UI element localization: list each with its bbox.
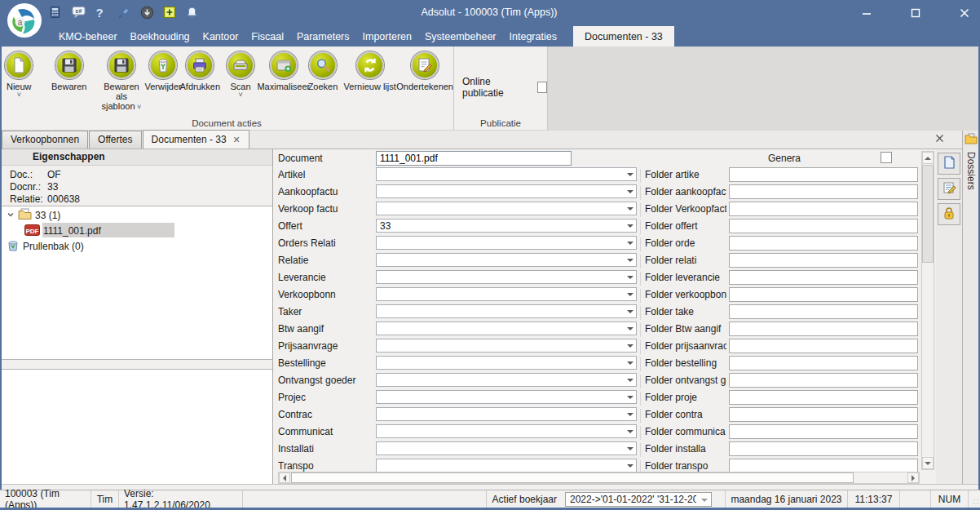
bestellinge-dropdown[interactable] <box>376 356 637 370</box>
bewaren-als-sjabloon-button[interactable]: Bewaren als sjabloon ˅ <box>100 50 143 111</box>
vertical-scrollbar[interactable] <box>921 151 934 470</box>
ribbon-button-label: Ondertekenen <box>396 82 453 91</box>
resize-grip[interactable]: ⸬ <box>969 490 980 508</box>
folder-ontvangst-goede-input[interactable] <box>729 373 918 388</box>
close-button[interactable] <box>956 5 973 21</box>
leverancie-dropdown[interactable] <box>376 270 637 284</box>
verkoop-factu-dropdown[interactable] <box>376 202 637 215</box>
tree-item-33-1[interactable]: 33 (1) <box>7 208 60 223</box>
scroll-left-button[interactable] <box>279 472 290 483</box>
menu-item-importeren[interactable]: Importeren <box>356 26 418 47</box>
projec-dropdown[interactable] <box>376 390 637 404</box>
folder-verkoopfacti-input[interactable] <box>729 202 918 216</box>
document-name-input[interactable] <box>376 151 572 166</box>
aankoopfactu-dropdown[interactable] <box>376 184 637 198</box>
folder-take-input[interactable] <box>729 304 918 319</box>
maximize-button[interactable] <box>907 5 925 21</box>
tab-close-icon[interactable]: ✕ <box>233 131 241 149</box>
menu-item-parameters[interactable]: Parameters <box>290 26 356 47</box>
transpo-dropdown[interactable] <box>376 459 637 472</box>
horizontal-scroll-thumb[interactable] <box>291 472 854 483</box>
status-spacer <box>243 490 487 508</box>
svg-text:a: a <box>18 18 23 27</box>
adsolut-logo[interactable]: a <box>7 2 42 38</box>
tab-verkoopbonnen[interactable]: Verkoopbonnen <box>2 131 88 149</box>
nieuw-button[interactable]: Nieuw ˅ <box>0 50 38 98</box>
pin-icon[interactable] <box>117 6 131 20</box>
scroll-up-button[interactable] <box>922 152 934 164</box>
genera-checkbox[interactable] <box>881 152 892 163</box>
prijsaanvrage-dropdown[interactable] <box>376 339 637 353</box>
window-title: Adsolut - 100003 (Tim (Apps)) <box>310 7 669 18</box>
folder-communica-input[interactable] <box>729 424 918 439</box>
bell-icon[interactable] <box>186 6 200 20</box>
horizontal-scrollbar[interactable] <box>278 472 920 484</box>
menu-item-integraties[interactable]: Integraties <box>503 26 563 47</box>
tab-documenten-33[interactable]: Documenten - 33✕ <box>143 130 249 149</box>
download-icon[interactable] <box>140 6 154 20</box>
verkoopbonn-dropdown[interactable] <box>376 287 637 301</box>
verwijder-button[interactable]: Verwijder <box>143 50 183 91</box>
ribbon-button-label: Nieuw ˅ <box>7 82 32 98</box>
folder-contra-input[interactable] <box>729 407 918 422</box>
menu-item-documenten-33[interactable]: Documenten - 33 <box>573 26 674 47</box>
folder-prijsaanvrac-input[interactable] <box>729 339 918 353</box>
lock-button[interactable] <box>938 203 960 225</box>
folder-leverancie-input[interactable] <box>729 270 918 285</box>
help-icon[interactable]: ? <box>95 6 108 20</box>
vernieuw-lijst-button[interactable]: Vernieuw lijst <box>343 50 396 91</box>
add-icon[interactable] <box>163 6 177 20</box>
tree-item-1111-001-pdf[interactable]: PDF1111_001.pdf <box>24 224 101 238</box>
dossiers-rail[interactable]: Dossiers <box>962 131 978 484</box>
folder-proje-input[interactable] <box>729 390 918 405</box>
communicat-dropdown[interactable] <box>376 424 637 438</box>
calculator-icon[interactable] <box>49 6 63 20</box>
offert-dropdown[interactable]: 33 <box>376 219 637 233</box>
menu-item-boekhouding[interactable]: Boekhouding <box>124 26 196 47</box>
tree-item-prullenbak-0[interactable]: Prullenbak (0) <box>7 239 84 254</box>
ondertekenen-button[interactable]: Ondertekenen <box>396 50 453 91</box>
menu-item-systeembeheer[interactable]: Systeembeheer <box>418 26 503 47</box>
installati-dropdown[interactable] <box>376 441 637 455</box>
menu-item-kmo-beheer[interactable]: KMO-beheer <box>52 26 124 47</box>
pane-close-button[interactable] <box>933 133 946 145</box>
btw-aangif-dropdown[interactable] <box>376 322 637 335</box>
folder-artike-input[interactable] <box>729 167 918 182</box>
status-company: 100003 (Tim (Apps)) <box>0 490 91 508</box>
folder-installa-input[interactable] <box>729 441 918 456</box>
orders-relati-dropdown[interactable] <box>376 236 637 250</box>
minimize-button[interactable] <box>858 5 876 21</box>
document-view-button[interactable] <box>938 153 960 175</box>
taker-dropdown[interactable] <box>376 304 637 318</box>
tab-offertes[interactable]: Offertes <box>89 131 141 149</box>
field-label-offert: Offert <box>278 220 373 233</box>
folder-aankoopfact-input[interactable] <box>729 184 918 199</box>
folder-verkoopbonr-input[interactable] <box>729 287 918 302</box>
zoeken-button[interactable]: Zoeken <box>302 50 343 91</box>
folder-bestelling-input[interactable] <box>729 356 918 370</box>
online-publicatie-checkbox[interactable] <box>537 82 547 93</box>
ribbon-empty-area <box>548 47 980 131</box>
menu-item-kantoor[interactable]: Kantoor <box>196 26 245 47</box>
contrac-dropdown[interactable] <box>376 407 637 421</box>
scroll-down-button[interactable] <box>922 457 934 469</box>
tree-expand-icon[interactable] <box>7 210 15 221</box>
folder-relati-input[interactable] <box>729 253 918 268</box>
property-value: 000638 <box>47 193 80 206</box>
edit-sign-button[interactable] <box>938 178 960 200</box>
menu-item-fiscaal[interactable]: Fiscaal <box>245 26 290 47</box>
scroll-right-button[interactable] <box>907 472 919 483</box>
ontvangst-goeder-dropdown[interactable] <box>376 373 637 387</box>
csharp-icon[interactable]: c# <box>72 6 86 20</box>
bewaren-button[interactable]: Bewaren <box>38 50 100 91</box>
folder-orde-input[interactable] <box>729 236 918 251</box>
maximaliseer-button[interactable]: Maximaliseer <box>265 50 302 91</box>
relatie-dropdown[interactable] <box>376 253 637 267</box>
artikel-dropdown[interactable] <box>376 167 637 181</box>
folder-offert-input[interactable] <box>729 219 918 233</box>
afdrukken-button[interactable]: Afdrukken <box>183 50 216 91</box>
boekjaar-dropdown[interactable]: 2022->'01-01-2022' '31-12-2022' <box>565 492 712 507</box>
vertical-scroll-thumb[interactable] <box>922 165 934 263</box>
panel-splitter[interactable] <box>2 360 272 369</box>
folder-btw-aangif-input[interactable] <box>729 322 918 336</box>
